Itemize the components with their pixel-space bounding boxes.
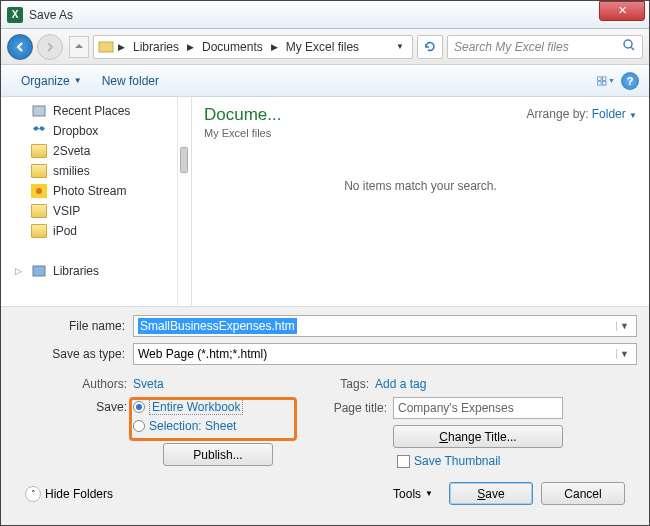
- scroll-thumb[interactable]: [180, 147, 188, 173]
- search-input[interactable]: Search My Excel files: [447, 35, 643, 59]
- saveastype-value: Web Page (*.htm;*.html): [138, 347, 267, 361]
- toolbar: Organize ▼ New folder ▼ ?: [1, 65, 649, 97]
- authors-value[interactable]: Sveta: [133, 377, 164, 391]
- up-button[interactable]: [69, 36, 89, 58]
- footer: ˄ Hide Folders Tools ▼ Save Cancel: [13, 472, 637, 515]
- detail-subtitle: My Excel files: [204, 127, 637, 139]
- arrange-by[interactable]: Arrange by: Folder ▼: [527, 107, 637, 121]
- save-button[interactable]: Save: [449, 482, 533, 505]
- arrow-left-icon: [14, 41, 26, 53]
- recent-icon: [31, 104, 47, 118]
- svg-rect-5: [598, 81, 601, 84]
- titlebar: X Save As ✕: [1, 1, 649, 29]
- svg-line-2: [631, 47, 634, 50]
- saveastype-label: Save as type:: [13, 347, 133, 361]
- folder-icon: [31, 144, 47, 158]
- svg-rect-10: [33, 266, 45, 276]
- folder-icon: [31, 224, 47, 238]
- dropbox-icon: [31, 124, 47, 138]
- filename-input[interactable]: SmallBusinessExpenses.htm ▼: [133, 315, 637, 337]
- authors-label: Authors:: [13, 377, 133, 391]
- breadcrumb-libraries[interactable]: Libraries: [129, 40, 183, 54]
- svg-rect-3: [598, 76, 601, 79]
- save-label: Save:: [13, 400, 133, 414]
- svg-rect-6: [603, 81, 606, 84]
- filename-dropdown[interactable]: ▼: [616, 321, 632, 331]
- search-icon[interactable]: [622, 38, 636, 55]
- refresh-button[interactable]: [417, 35, 443, 59]
- close-button[interactable]: ✕: [599, 1, 645, 21]
- cancel-button[interactable]: Cancel: [541, 482, 625, 505]
- breadcrumb[interactable]: ▶ Libraries ▶ Documents ▶ My Excel files…: [93, 35, 413, 59]
- chevron-down-icon: ▼: [74, 76, 82, 85]
- folder-icon: [31, 204, 47, 218]
- grid-icon: [597, 74, 608, 88]
- tree-scrollbar[interactable]: [177, 97, 191, 306]
- radio-selection-sheet[interactable]: [133, 420, 145, 432]
- photostream-icon: [31, 184, 47, 198]
- publish-button[interactable]: Publish...: [163, 443, 273, 466]
- hide-folders-button[interactable]: ˄ Hide Folders: [25, 486, 113, 502]
- svg-rect-0: [99, 42, 113, 52]
- tree-item-libraries[interactable]: ▷Libraries: [1, 261, 177, 281]
- window-title: Save As: [29, 8, 73, 22]
- detail-pane: Arrange by: Folder ▼ Docume... My Excel …: [191, 97, 649, 306]
- nav-bar: ▶ Libraries ▶ Documents ▶ My Excel files…: [1, 29, 649, 65]
- folder-tree[interactable]: Recent Places Dropbox 2Sveta smilies Pho…: [1, 97, 177, 306]
- chevron-down-icon[interactable]: ▼: [392, 42, 408, 51]
- saveastype-dropdown[interactable]: ▼: [616, 349, 632, 359]
- organize-button[interactable]: Organize ▼: [11, 70, 92, 92]
- tree-item-recent[interactable]: Recent Places: [1, 101, 177, 121]
- back-button[interactable]: [7, 34, 33, 60]
- chevron-right-icon: ▶: [114, 42, 129, 52]
- view-options-button[interactable]: ▼: [597, 72, 615, 90]
- tree-item-smilies[interactable]: smilies: [1, 161, 177, 181]
- filename-label: File name:: [13, 319, 133, 333]
- arrow-right-icon: [44, 41, 56, 53]
- tree-item-photostream[interactable]: Photo Stream: [1, 181, 177, 201]
- content-area: Recent Places Dropbox 2Sveta smilies Pho…: [1, 97, 649, 306]
- search-placeholder: Search My Excel files: [454, 40, 569, 54]
- tree-item-dropbox[interactable]: Dropbox: [1, 121, 177, 141]
- chevron-right-icon: ▶: [183, 42, 198, 52]
- save-thumbnail-checkbox[interactable]: [397, 455, 410, 468]
- forward-button[interactable]: [37, 34, 63, 60]
- arrow-up-icon: [73, 41, 85, 53]
- filename-value: SmallBusinessExpenses.htm: [138, 318, 297, 334]
- excel-icon: X: [7, 7, 23, 23]
- chevron-right-icon[interactable]: ▷: [15, 266, 25, 276]
- svg-rect-4: [603, 76, 606, 79]
- change-title-button[interactable]: Change Title...: [393, 425, 563, 448]
- radio-selection-sheet-label[interactable]: Selection: Sheet: [149, 419, 236, 433]
- chevron-down-icon: ▼: [425, 489, 433, 498]
- save-thumbnail-label[interactable]: Save Thumbnail: [414, 454, 501, 468]
- svg-point-9: [36, 188, 42, 194]
- refresh-icon: [423, 40, 437, 54]
- empty-message: No items match your search.: [204, 179, 637, 193]
- chevron-down-icon: ▼: [629, 111, 637, 120]
- tree-item-vsip[interactable]: VSIP: [1, 201, 177, 221]
- help-button[interactable]: ?: [621, 72, 639, 90]
- svg-point-1: [624, 40, 632, 48]
- save-as-dialog: X Save As ✕ ▶ Libraries ▶ Documents ▶ My…: [0, 0, 650, 526]
- saveastype-select[interactable]: Web Page (*.htm;*.html) ▼: [133, 343, 637, 365]
- chevron-up-icon: ˄: [25, 486, 41, 502]
- breadcrumb-current[interactable]: My Excel files: [282, 40, 363, 54]
- new-folder-button[interactable]: New folder: [92, 70, 169, 92]
- folder-icon: [31, 164, 47, 178]
- chevron-right-icon: ▶: [267, 42, 282, 52]
- tree-item-ipod[interactable]: iPod: [1, 221, 177, 241]
- radio-entire-workbook[interactable]: [133, 401, 145, 413]
- tags-label: Tags:: [325, 377, 375, 391]
- tree-item-2sveta[interactable]: 2Sveta: [1, 141, 177, 161]
- breadcrumb-documents[interactable]: Documents: [198, 40, 267, 54]
- form-area: File name: SmallBusinessExpenses.htm ▼ S…: [1, 306, 649, 525]
- radio-entire-workbook-label[interactable]: Entire Workbook: [149, 399, 243, 415]
- tools-dropdown[interactable]: Tools ▼: [393, 487, 433, 501]
- tags-value[interactable]: Add a tag: [375, 377, 426, 391]
- libraries-icon: [31, 264, 47, 278]
- pagetitle-label: Page title:: [323, 401, 393, 415]
- library-icon: [98, 40, 114, 54]
- svg-rect-7: [33, 106, 45, 116]
- pagetitle-input[interactable]: Company's Expenses: [393, 397, 563, 419]
